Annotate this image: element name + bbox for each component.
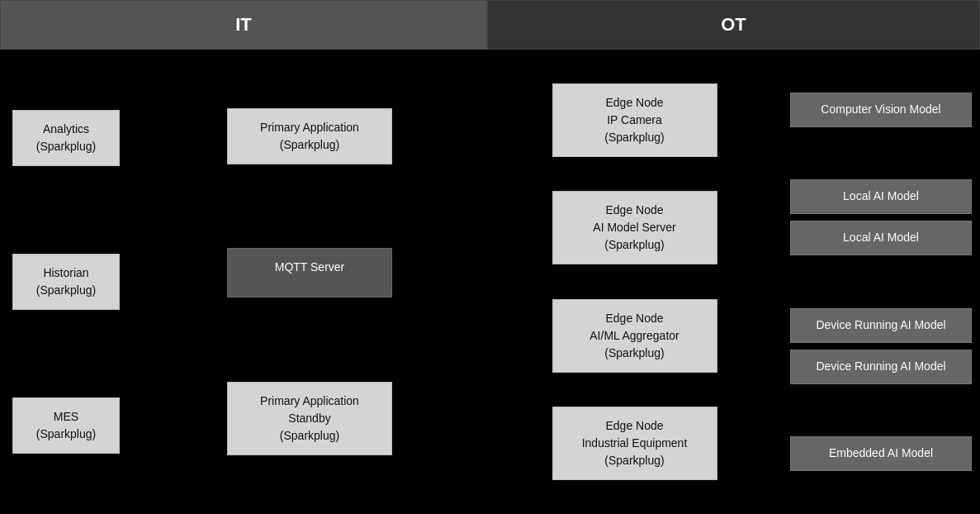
- box-local-ai-model-1: Local AI Model: [790, 179, 972, 214]
- box-edge-industrial: Edge Node Industrial Equipment (Sparkplu…: [552, 407, 717, 480]
- ot-right-col: Computer Vision Model Local AI Model Loc…: [782, 58, 980, 506]
- main-container: IT OT Analytics (Sparkplug) Historian (S…: [0, 0, 980, 514]
- box-analytics: Analytics (Sparkplug): [12, 110, 120, 166]
- box-primary-app: Primary Application (Sparkplug): [227, 108, 392, 164]
- header-row: IT OT: [0, 0, 980, 50]
- box-edge-aiml-aggregator: Edge Node AI/ML Aggregator (Sparkplug): [552, 299, 717, 373]
- ot-right-group-industrial: Embedded AI Model: [790, 436, 972, 471]
- box-edge-ai-model-server: Edge Node AI Model Server (Sparkplug): [552, 191, 717, 264]
- it-label: IT: [235, 14, 252, 36]
- ot-left-col: Edge Node IP Camera (Sparkplug) Edge Nod…: [487, 58, 782, 506]
- box-embedded-ai-model: Embedded AI Model: [790, 436, 972, 471]
- box-primary-standby: Primary Application Standby (Sparkplug): [227, 382, 392, 455]
- it-right-col: Primary Application (Sparkplug) MQTT Ser…: [132, 58, 487, 506]
- box-device-running-ai-1: Device Running AI Model: [790, 308, 972, 343]
- box-mes: MES (Sparkplug): [12, 397, 120, 454]
- ot-right-group-ai-server: Local AI Model Local AI Model: [790, 179, 972, 255]
- it-section: Analytics (Sparkplug) Historian (Sparkpl…: [0, 50, 487, 514]
- header-it: IT: [0, 0, 487, 50]
- box-mqtt-server: MQTT Server: [227, 248, 392, 297]
- ot-section: Edge Node IP Camera (Sparkplug) Edge Nod…: [487, 50, 980, 514]
- ot-right-group-aiml: Device Running AI Model Device Running A…: [790, 308, 972, 384]
- box-computer-vision-model: Computer Vision Model: [790, 93, 972, 127]
- ot-label: OT: [721, 14, 746, 36]
- ot-right-group-ipcam: Computer Vision Model: [790, 93, 972, 127]
- it-left-col: Analytics (Sparkplug) Historian (Sparkpl…: [0, 58, 132, 506]
- box-edge-ipcam: Edge Node IP Camera (Sparkplug): [552, 83, 717, 157]
- content-area: Analytics (Sparkplug) Historian (Sparkpl…: [0, 50, 980, 514]
- box-device-running-ai-2: Device Running AI Model: [790, 350, 972, 384]
- box-historian: Historian (Sparkplug): [12, 254, 120, 310]
- box-local-ai-model-2: Local AI Model: [790, 221, 972, 255]
- header-ot: OT: [487, 0, 980, 50]
